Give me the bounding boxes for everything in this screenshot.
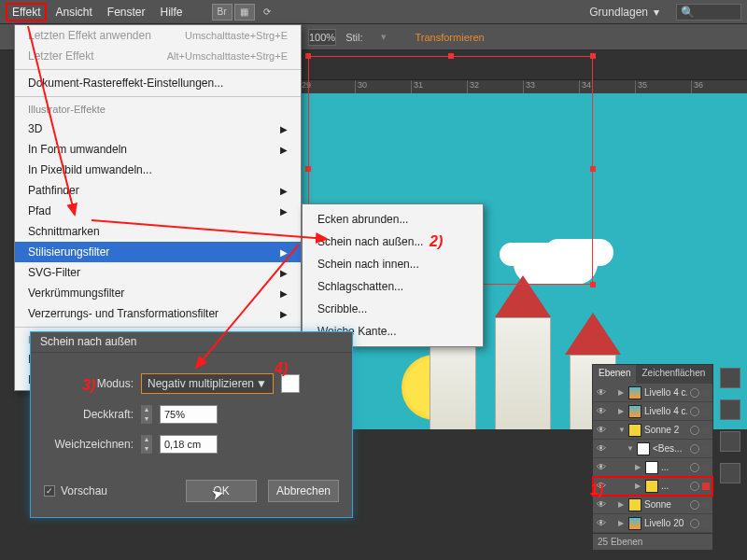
opacity-field[interactable]: 75%: [160, 405, 218, 424]
menu-item-warp[interactable]: Verkrümmungsfilter▶: [15, 283, 301, 303]
dialog-title: Schein nach außen: [31, 332, 352, 353]
menu-item-path[interactable]: Pfad▶: [15, 201, 301, 221]
anchor-handle[interactable]: [448, 53, 454, 59]
dock-icon-libraries[interactable]: [720, 399, 740, 420]
menu-hilfe[interactable]: Hilfe: [154, 3, 190, 21]
menu-item-distort-transform[interactable]: Verzerrungs- und Transformationsfilter▶: [15, 303, 301, 324]
workspace-selector[interactable]: Grundlagen ▾: [582, 4, 667, 21]
layer-name[interactable]: Sonne 2: [644, 425, 687, 435]
anchor-handle[interactable]: [305, 53, 311, 59]
sync-icon[interactable]: ⟳: [257, 4, 277, 21]
layer-thumbnail: [645, 480, 658, 493]
opacity-stepper[interactable]: ▲▼: [141, 405, 152, 424]
selection-indicator: [702, 464, 710, 471]
submenu-round-corners[interactable]: Ecken abrunden...: [303, 208, 483, 231]
anchor-handle[interactable]: [305, 166, 311, 172]
menu-ansicht[interactable]: Ansicht: [49, 3, 98, 21]
disclosure-triangle[interactable]: ▶: [635, 482, 642, 490]
target-icon[interactable]: [690, 463, 699, 472]
menu-item-pathfinder[interactable]: Pathfinder▶: [15, 180, 301, 201]
tab-artboards[interactable]: Zeichenflächen: [636, 365, 711, 384]
dock-icon-appearance[interactable]: [720, 431, 740, 452]
submenu-drop-shadow[interactable]: Schlagschatten...: [303, 275, 483, 298]
disclosure-triangle[interactable]: ▶: [618, 519, 626, 527]
submenu-inner-glow[interactable]: Schein nach innen...: [303, 253, 483, 275]
transform-link[interactable]: Transformieren: [415, 32, 484, 43]
menu-item-3d[interactable]: 3D▶: [15, 119, 301, 139]
disclosure-triangle[interactable]: ▼: [627, 444, 634, 453]
menu-item-doc-raster[interactable]: Dokument-Rastereffekt-Einstellungen...: [15, 73, 301, 93]
layer-name[interactable]: <Bes...: [653, 443, 687, 454]
anchor-handle[interactable]: [590, 166, 596, 172]
dock-icon-layers[interactable]: [720, 463, 740, 483]
layer-row[interactable]: 👁▶Livello 20: [593, 514, 712, 533]
dock-icon-swatches[interactable]: [720, 368, 740, 388]
visibility-toggle[interactable]: 👁: [596, 425, 607, 436]
layer-row[interactable]: 👁▶Livello 4 c...: [593, 402, 712, 421]
layer-thumbnail: [637, 442, 650, 455]
chevron-down-icon: ▼: [256, 377, 267, 390]
layer-row[interactable]: 👁▶...: [593, 477, 712, 496]
layer-thumbnail: [628, 498, 641, 511]
layer-name[interactable]: Livello 20: [644, 518, 687, 528]
tab-layers[interactable]: Ebenen: [593, 365, 636, 384]
mode-dropdown[interactable]: Negativ multiplizieren ▼: [141, 373, 274, 394]
layers-footer: 25 Ebenen: [593, 533, 712, 550]
disclosure-triangle[interactable]: ▶: [618, 407, 626, 415]
blur-field[interactable]: 0,18 cm: [160, 435, 218, 454]
layer-name[interactable]: Livello 4 c...: [644, 406, 687, 416]
disclosure-triangle[interactable]: ▶: [635, 463, 642, 471]
preview-checkbox[interactable]: ✓ Vorschau: [44, 484, 107, 497]
layer-row[interactable]: 👁▼Sonne 2: [593, 421, 712, 440]
layer-name[interactable]: ...: [661, 481, 687, 491]
target-icon[interactable]: [690, 444, 699, 454]
selection-indicator: [702, 389, 710, 397]
visibility-toggle[interactable]: 👁: [596, 406, 607, 417]
layer-row[interactable]: 👁▶...: [593, 458, 712, 477]
anchor-handle[interactable]: [590, 282, 596, 287]
target-icon[interactable]: [690, 426, 699, 435]
disclosure-triangle[interactable]: ▼: [618, 426, 626, 434]
visibility-toggle[interactable]: 👁: [596, 481, 607, 492]
submenu-outer-glow[interactable]: Schein nach außen...: [303, 231, 483, 253]
disclosure-triangle[interactable]: ▶: [618, 500, 626, 509]
arrange-docs-icon[interactable]: ▦: [234, 4, 255, 21]
menu-item-svg-filter[interactable]: SVG-Filter▶: [15, 262, 301, 283]
selection-indicator: [702, 427, 710, 434]
layer-name[interactable]: Livello 4 c...: [644, 387, 687, 398]
menu-item-cropmarks[interactable]: Schnittmarken: [15, 221, 301, 242]
anchor-handle[interactable]: [590, 53, 596, 59]
menu-item-rasterize[interactable]: In Pixelbild umwandeln...: [15, 160, 301, 180]
visibility-toggle[interactable]: 👁: [596, 518, 607, 529]
target-icon[interactable]: [690, 500, 699, 510]
visibility-toggle[interactable]: 👁: [596, 387, 607, 399]
mode-value: Negativ multiplizieren: [148, 377, 254, 390]
selection-indicator: [702, 501, 710, 509]
zoom-field[interactable]: 100%: [308, 29, 336, 46]
disclosure-triangle[interactable]: ▶: [618, 388, 626, 397]
menu-effekt[interactable]: Effekt: [6, 3, 47, 21]
layer-row[interactable]: 👁▶Sonne: [593, 496, 712, 514]
menu-item-stylize[interactable]: Stilisierungsfilter▶: [15, 242, 301, 262]
layer-row[interactable]: 👁▼<Bes...: [593, 440, 712, 458]
layer-thumbnail: [628, 424, 641, 437]
target-icon[interactable]: [690, 519, 699, 528]
menu-fenster[interactable]: Fenster: [101, 3, 152, 21]
layer-row[interactable]: 👁▶Livello 4 c...: [593, 384, 712, 402]
search-input[interactable]: 🔍: [676, 4, 741, 21]
menu-item-last-effect: Letzter EffektAlt+Umschalttaste+Strg+E: [15, 46, 301, 66]
cancel-button[interactable]: Abbrechen: [268, 480, 339, 502]
visibility-toggle[interactable]: 👁: [596, 462, 607, 473]
target-icon[interactable]: [690, 482, 699, 491]
visibility-toggle[interactable]: 👁: [596, 499, 607, 511]
layer-name[interactable]: Sonne: [644, 499, 687, 510]
menu-item-convert-shape[interactable]: In Form umwandeln▶: [15, 139, 301, 160]
target-icon[interactable]: [690, 388, 699, 398]
blur-stepper[interactable]: ▲▼: [141, 435, 152, 454]
visibility-toggle[interactable]: 👁: [596, 443, 607, 455]
target-icon[interactable]: [690, 407, 699, 416]
layer-name[interactable]: ...: [661, 462, 687, 472]
bridge-icon[interactable]: Br: [212, 4, 233, 21]
submenu-scribble[interactable]: Scribble...: [303, 298, 483, 320]
glow-color-swatch[interactable]: [281, 374, 300, 393]
